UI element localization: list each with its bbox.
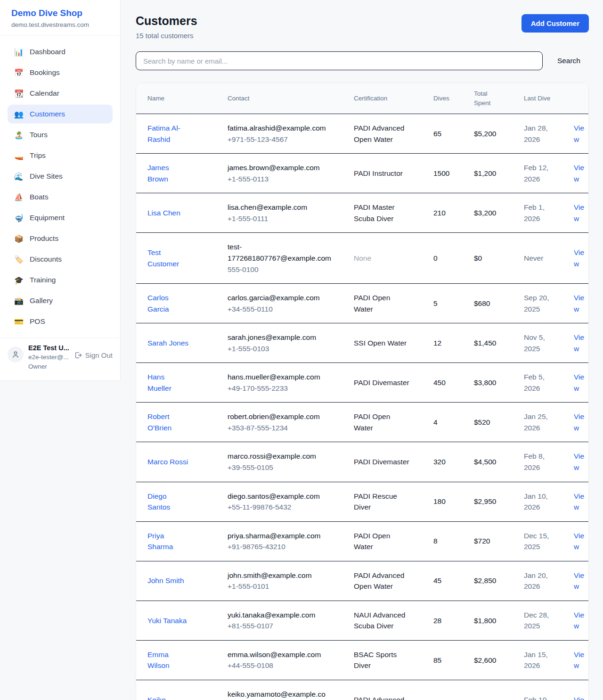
sidebar-item-gallery[interactable]: 📸Gallery	[8, 291, 113, 310]
sidebar-item-bookings[interactable]: 📅Bookings	[8, 63, 113, 82]
view-customer-link[interactable]: View	[574, 611, 584, 630]
sign-out-button[interactable]: Sign Out	[74, 351, 113, 359]
dives-cell: 4	[422, 403, 463, 442]
sidebar-item-boats[interactable]: ⛵Boats	[8, 188, 113, 206]
sidebar-item-products[interactable]: 📦Products	[8, 229, 113, 248]
view-customer-link[interactable]: View	[574, 164, 584, 183]
view-customer-link[interactable]: View	[574, 452, 584, 471]
actions-cell: View	[562, 114, 589, 154]
contact-cell: test-1772681807767@example.com555-0100	[216, 233, 342, 284]
customer-name-link[interactable]: John Smith	[147, 575, 184, 586]
add-customer-button[interactable]: Add Customer	[522, 14, 589, 33]
customer-name-link[interactable]: Priya Sharma	[147, 530, 190, 552]
sidebar-item-dive-sites[interactable]: 🌊Dive Sites	[8, 167, 113, 186]
customer-name-link[interactable]: Yuki Tanaka	[147, 615, 187, 626]
customer-name-link[interactable]: Hans Mueller	[147, 371, 190, 394]
customer-name-link[interactable]: Keiko Yamamoto	[147, 694, 190, 700]
table-row: Fatima Al-Rashidfatima.alrashid@example.…	[136, 114, 589, 154]
name-cell: Sarah Jones	[136, 323, 216, 363]
view-customer-link[interactable]: View	[574, 294, 584, 313]
sidebar-item-pos[interactable]: 💳POS	[8, 312, 113, 331]
customer-email: sarah.jones@example.com	[228, 332, 331, 343]
dives-cell: 320	[422, 442, 463, 482]
dives-cell: 85	[422, 640, 463, 680]
view-customer-link[interactable]: View	[574, 412, 584, 432]
customers-table-card: NameContactCertificationDivesTotal Spent…	[136, 82, 589, 700]
certification-cell: PADI Divemaster	[342, 442, 422, 482]
customer-name-link[interactable]: Robert O'Brien	[147, 411, 190, 433]
view-customer-link[interactable]: View	[574, 532, 584, 551]
search-input[interactable]	[136, 51, 543, 70]
sidebar-item-equipment[interactable]: 🤿Equipment	[8, 208, 113, 227]
customer-name-link[interactable]: Fatima Al-Rashid	[147, 123, 190, 145]
sidebar-item-calendar[interactable]: 📆Calendar	[8, 84, 113, 103]
sidebar-item-training[interactable]: 🎓Training	[8, 271, 113, 289]
table-row: Lisa Chenlisa.chen@example.com+1-555-011…	[136, 193, 589, 233]
actions-cell: View	[562, 233, 589, 284]
customer-email: hans.mueller@example.com	[228, 371, 331, 383]
customer-name-link[interactable]: Sarah Jones	[147, 338, 188, 349]
view-customer-link[interactable]: View	[574, 651, 584, 670]
total-spent-cell: $2,600	[463, 640, 513, 680]
certification-cell: SSI Open Water	[342, 323, 422, 363]
customers-icon: 👥	[14, 110, 24, 119]
view-customer-link[interactable]: View	[574, 373, 584, 392]
products-package-icon: 📦	[14, 234, 24, 243]
view-customer-link[interactable]: View	[574, 333, 584, 353]
view-customer-link[interactable]: View	[574, 203, 584, 222]
customer-name-link[interactable]: Emma Wilson	[147, 649, 190, 671]
dives-cell: 65	[422, 114, 463, 154]
calendar-icon: 📆	[14, 89, 24, 98]
customer-phone: +44-555-0108	[228, 660, 331, 671]
last-dive-cell: Feb 12, 2026	[513, 154, 562, 193]
page-header-titles: Customers 15 total customers	[136, 14, 197, 40]
view-customer-link[interactable]: View	[574, 571, 584, 591]
name-cell: Hans Mueller	[136, 363, 216, 403]
last-dive-cell: Dec 28, 2025	[513, 601, 562, 640]
contact-cell: james.brown@example.com+1-555-0113	[216, 154, 342, 193]
user-role: Owner	[28, 362, 69, 371]
customer-email: priya.sharma@example.com	[228, 530, 331, 542]
customer-phone: +971-55-123-4567	[228, 134, 331, 145]
customer-name-link[interactable]: Carlos Garcia	[147, 292, 190, 314]
view-customer-link[interactable]: View	[574, 696, 584, 700]
sidebar-item-trips[interactable]: 🚤Trips	[8, 146, 113, 165]
last-dive-cell: Nov 5, 2025	[513, 323, 562, 363]
sidebar-item-label: Bookings	[30, 68, 60, 77]
actions-cell: View	[562, 403, 589, 442]
view-customer-link[interactable]: View	[574, 248, 584, 268]
customer-email: lisa.chen@example.com	[228, 202, 331, 213]
total-spent-cell: $1,200	[463, 154, 513, 193]
sidebar-nav: 📊Dashboard📅Bookings📆Calendar👥Customers🏝️…	[0, 36, 120, 338]
customer-name-link[interactable]: Diego Santos	[147, 491, 190, 513]
certification-cell: PADI Open Water	[342, 284, 422, 323]
sidebar-item-discounts[interactable]: 🏷️Discounts	[8, 250, 113, 269]
customer-name-link[interactable]: Test Customer	[147, 247, 190, 269]
certification-cell: PADI Open Water	[342, 403, 422, 442]
last-dive-cell: Jan 15, 2026	[513, 640, 562, 680]
contact-cell: robert.obrien@example.com+353-87-555-123…	[216, 403, 342, 442]
customer-name-link[interactable]: Marco Rossi	[147, 456, 188, 468]
customer-email: marco.rossi@example.com	[228, 451, 331, 462]
total-spent-cell: $2,850	[463, 561, 513, 601]
dive-sites-wave-icon: 🌊	[14, 172, 24, 181]
total-spent-cell: $2,950	[463, 482, 513, 521]
sidebar-item-label: Dive Sites	[30, 172, 63, 181]
search-button[interactable]: Search	[549, 53, 589, 69]
certification-cell: PADI Instructor	[342, 154, 422, 193]
sidebar-item-dashboard[interactable]: 📊Dashboard	[8, 42, 113, 61]
customer-phone: +91-98765-43210	[228, 541, 331, 552]
name-cell: Marco Rossi	[136, 442, 216, 482]
view-customer-link[interactable]: View	[574, 492, 584, 511]
customer-name-link[interactable]: James Brown	[147, 162, 190, 184]
customer-email: john.smith@example.com	[228, 570, 331, 581]
sign-out-icon	[74, 351, 82, 359]
view-customer-link[interactable]: View	[574, 124, 584, 143]
contact-cell: diego.santos@example.com+55-11-99876-543…	[216, 482, 342, 521]
sidebar-item-customers[interactable]: 👥Customers	[8, 105, 113, 124]
contact-cell: yuki.tanaka@example.com+81-555-0107	[216, 601, 342, 640]
customer-email: emma.wilson@example.com	[228, 649, 331, 660]
sidebar-item-label: Boats	[30, 193, 49, 201]
customer-name-link[interactable]: Lisa Chen	[147, 207, 180, 219]
sidebar-item-tours[interactable]: 🏝️Tours	[8, 125, 113, 144]
